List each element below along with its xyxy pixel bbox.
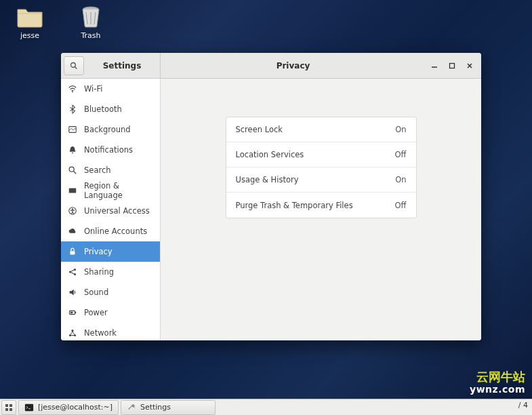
sidebar-item-universal-access[interactable]: Universal Access — [61, 201, 160, 221]
settings-content: Screen Lock On Location Services Off Usa… — [161, 79, 481, 340]
sidebar-item-label: Sharing — [84, 267, 114, 277]
bluetooth-icon — [68, 104, 77, 114]
app-title: Settings — [84, 61, 160, 71]
share-icon — [68, 267, 77, 277]
cloud-icon — [68, 226, 77, 236]
desktop-icon-label: jesse — [20, 31, 39, 40]
taskbar-item-terminal[interactable]: [jesse@localhost:~] — [18, 400, 119, 415]
sidebar-item-label: Search — [84, 165, 111, 175]
folder-icon — [16, 5, 43, 28]
row-label: Location Services — [236, 150, 304, 159]
row-label: Usage & History — [236, 175, 299, 184]
sidebar-item-sound[interactable]: Sound — [61, 282, 160, 302]
row-label: Purge Trash & Temporary Files — [236, 201, 353, 210]
sidebar-item-notifications[interactable]: Notifications — [61, 140, 160, 160]
speaker-icon — [68, 288, 77, 297]
desktop-icon-trash[interactable]: Trash — [77, 5, 104, 40]
row-value: On — [395, 175, 406, 184]
sidebar-item-label: Sound — [84, 288, 108, 297]
watermark: 云网牛站 ywnz.com — [470, 371, 525, 395]
power-icon — [68, 308, 77, 317]
privacy-row-screen-lock[interactable]: Screen Lock On — [226, 117, 416, 142]
window-header: Settings Privacy — [61, 53, 481, 79]
settings-icon — [127, 403, 136, 412]
privacy-panel: Screen Lock On Location Services Off Usa… — [226, 117, 417, 218]
page-counter: / 4 — [518, 401, 528, 410]
svg-point-5 — [69, 167, 74, 172]
sidebar-item-label: Notifications — [84, 145, 133, 155]
svg-point-16 — [71, 330, 73, 332]
svg-point-8 — [72, 208, 73, 210]
sidebar-item-label: Privacy — [84, 247, 112, 256]
sidebar-item-label: Online Accounts — [84, 226, 147, 236]
row-value: On — [395, 125, 406, 134]
sidebar-item-search[interactable]: Search — [61, 160, 160, 180]
sidebar-item-label: Network — [84, 328, 117, 338]
region-icon — [68, 186, 77, 195]
svg-rect-6 — [69, 189, 77, 193]
svg-rect-2 — [450, 63, 455, 68]
trash-icon — [77, 5, 104, 28]
svg-rect-21 — [5, 408, 8, 411]
maximize-button[interactable] — [443, 57, 461, 75]
sidebar-item-power[interactable]: Power — [61, 302, 160, 323]
lock-icon — [68, 247, 77, 256]
desktop-icon-home[interactable]: jesse — [16, 5, 43, 40]
sidebar-item-background[interactable]: Background — [61, 119, 160, 140]
header-search-button[interactable] — [64, 56, 84, 75]
privacy-row-usage-history[interactable]: Usage & History On — [226, 167, 416, 193]
sidebar-item-label: Power — [84, 308, 108, 317]
svg-point-3 — [72, 92, 73, 93]
taskbar-item-label: Settings — [140, 403, 171, 412]
minimize-button[interactable] — [426, 57, 443, 75]
close-button[interactable] — [461, 57, 478, 75]
grid-icon — [5, 403, 13, 412]
watermark-line1: 云网牛站 — [470, 371, 525, 384]
svg-point-12 — [74, 273, 76, 275]
page-title: Privacy — [161, 61, 426, 71]
desktop-icon-label: Trash — [81, 31, 100, 40]
search-icon — [68, 165, 77, 175]
svg-rect-19 — [5, 404, 8, 407]
watermark-line2: ywnz.com — [470, 384, 525, 395]
svg-rect-22 — [9, 408, 12, 411]
privacy-row-location-services[interactable]: Location Services Off — [226, 142, 416, 167]
svg-point-10 — [69, 271, 71, 273]
taskbar-item-settings[interactable]: Settings — [121, 400, 216, 415]
privacy-row-purge-trash[interactable]: Purge Trash & Temporary Files Off — [226, 193, 416, 218]
svg-rect-9 — [70, 251, 75, 254]
taskbar-menu-button[interactable] — [1, 400, 16, 415]
row-value: Off — [395, 201, 407, 210]
sidebar-item-online-accounts[interactable]: Online Accounts — [61, 221, 160, 241]
sidebar-item-label: Wi-Fi — [84, 84, 102, 94]
svg-rect-15 — [70, 312, 73, 314]
minimize-icon — [431, 62, 438, 69]
svg-rect-14 — [75, 312, 76, 314]
accessibility-icon — [68, 206, 77, 216]
wifi-icon — [68, 84, 77, 94]
maximize-icon — [449, 62, 455, 69]
sidebar-item-region[interactable]: Region & Language — [61, 180, 160, 201]
sidebar-item-label: Background — [84, 125, 131, 134]
svg-rect-23 — [25, 403, 33, 411]
background-icon — [68, 125, 77, 134]
sidebar-item-wifi[interactable]: Wi-Fi — [61, 79, 160, 99]
sidebar-item-privacy[interactable]: Privacy — [61, 241, 160, 262]
terminal-icon — [24, 403, 34, 412]
sidebar-item-network[interactable]: Network — [61, 323, 160, 340]
sidebar-item-label: Bluetooth — [84, 104, 122, 114]
row-label: Screen Lock — [236, 125, 283, 134]
sidebar-item-sharing[interactable]: Sharing — [61, 262, 160, 282]
sidebar-item-label: Universal Access — [84, 206, 150, 216]
search-icon — [70, 62, 78, 70]
taskbar-item-label: [jesse@localhost:~] — [38, 403, 112, 412]
taskbar: [jesse@localhost:~] Settings — [0, 399, 532, 415]
row-value: Off — [395, 150, 407, 159]
sidebar-item-label: Region & Language — [84, 181, 153, 200]
svg-rect-20 — [9, 404, 12, 407]
svg-point-1 — [71, 62, 76, 67]
settings-window: Settings Privacy Wi-Fi Bluetooth Backgro — [61, 53, 481, 340]
bell-icon — [68, 145, 77, 155]
sidebar-item-bluetooth[interactable]: Bluetooth — [61, 99, 160, 119]
network-icon — [68, 328, 77, 338]
